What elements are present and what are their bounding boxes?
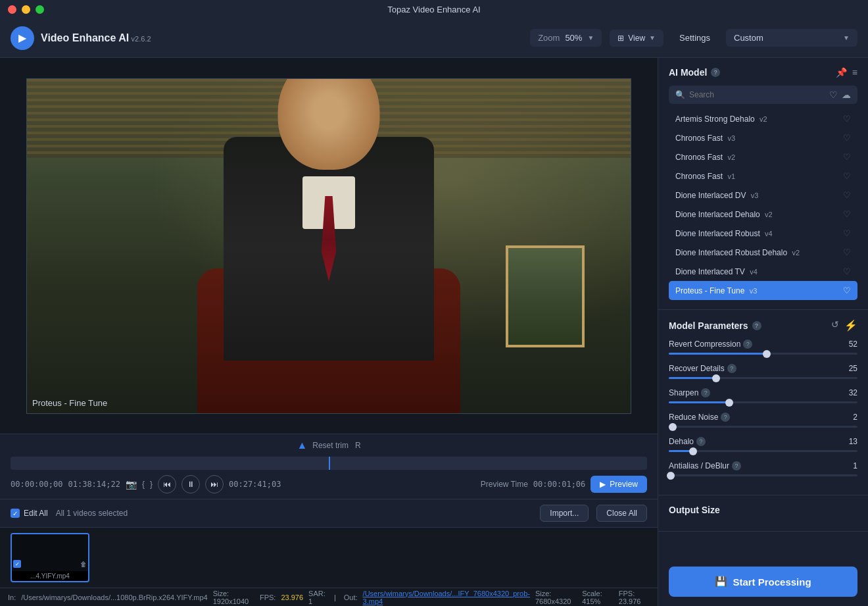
close-button[interactable] — [8, 5, 16, 14]
time-out: 00:27:41;03 — [229, 480, 281, 489]
model-item[interactable]: Chronos Fast v1 ♡ — [669, 166, 857, 186]
model-favorite-icon[interactable]: ♡ — [843, 266, 851, 276]
model-item[interactable]: Dione Interlaced Robust Dehalo v2 ♡ — [669, 243, 857, 262]
param-help-icon[interactable]: ? — [701, 388, 710, 397]
param-help-icon[interactable]: ? — [721, 413, 730, 422]
model-favorite-icon[interactable]: ♡ — [843, 190, 851, 200]
time-in: 01:38:14;22 — [68, 480, 120, 489]
param-help-icon[interactable]: ? — [732, 461, 741, 470]
param-value-antialias-deblur: 1 — [838, 461, 857, 470]
model-parameters-help-icon[interactable]: ? — [752, 321, 761, 330]
right-panel: AI Model ? 📌 ≡ 🔍 ♡ ☁ — [658, 58, 868, 606]
param-label-revert-compression: Revert Compression ? — [669, 340, 752, 349]
model-search-input[interactable] — [689, 90, 825, 99]
param-label-recover-details: Recover Details ? — [669, 364, 736, 373]
model-favorite-icon[interactable]: ♡ — [843, 228, 851, 238]
model-item-selected[interactable]: Proteus - Fine Tune v3 ♡ — [669, 281, 857, 300]
param-help-icon[interactable]: ? — [743, 340, 752, 349]
model-item[interactable]: Chronos Fast v2 ♡ — [669, 147, 857, 166]
reset-trim-button[interactable]: Reset trim R — [312, 441, 360, 450]
param-help-icon[interactable]: ? — [727, 364, 736, 373]
model-item[interactable]: Dione Interlaced Robust v4 ♡ — [669, 224, 857, 243]
start-processing-button[interactable]: 💾 Start Processing — [669, 567, 857, 597]
model-search-bar: 🔍 ♡ ☁ — [669, 86, 857, 104]
reset-parameters-icon[interactable]: ↺ — [831, 319, 839, 332]
zoom-value: 50% — [565, 33, 582, 43]
out-scale-label: Scale: 415% — [582, 590, 614, 605]
video-label: Proteus - Fine Tune — [32, 398, 107, 408]
model-favorite-icon[interactable]: ♡ — [843, 171, 851, 181]
param-sharpen: Sharpen ? 32 — [669, 388, 857, 403]
preview-time-value: 00:00:01;06 — [533, 480, 585, 489]
param-value-dehalo: 13 — [838, 437, 857, 446]
ai-model-help-icon[interactable]: ? — [711, 68, 720, 77]
model-item[interactable]: Dione Interlaced Dehalo v2 ♡ — [669, 205, 857, 224]
model-favorite-icon[interactable]: ♡ — [843, 209, 851, 219]
model-favorite-icon[interactable]: ♡ — [843, 133, 851, 143]
settings-preset-value: Custom — [734, 33, 839, 43]
thumbnail-delete-icon[interactable]: 🗑 — [80, 561, 87, 568]
add-parameter-icon[interactable]: ⚡ — [844, 319, 857, 332]
reset-trim-label: Reset trim — [312, 441, 349, 450]
step-forward-button[interactable]: ⏭ — [205, 475, 224, 493]
ai-model-title: AI Model ? — [669, 67, 720, 78]
pause-button[interactable]: ⏸ — [181, 475, 200, 493]
time-start: 00:00:00;00 — [11, 480, 62, 489]
edit-all-control[interactable]: ✓ Edit All — [11, 509, 48, 518]
edit-all-label: Edit All — [24, 509, 48, 518]
model-item[interactable]: Dione Interlaced TV v4 ♡ — [669, 262, 857, 281]
video-thumbnail[interactable]: ✓ 🗑 ...4.YIFY.mp4 — [11, 533, 89, 582]
app-logo-icon: ▶ — [11, 26, 34, 50]
model-favorite-icon[interactable]: ♡ — [843, 247, 851, 257]
model-parameters-header-icons: ↺ ⚡ — [831, 319, 857, 332]
model-item[interactable]: Chronos Fast v3 ♡ — [669, 128, 857, 147]
model-favorite-icon[interactable]: ♡ — [843, 152, 851, 162]
param-reduce-noise: Reduce Noise ? 2 — [669, 413, 857, 428]
param-label-antialias-deblur: Antialias / DeBlur ? — [669, 461, 741, 470]
search-favorites-icon[interactable]: ♡ — [829, 89, 838, 100]
model-parameters-header: Model Parameters ? ↺ ⚡ — [669, 319, 857, 332]
search-download-icon[interactable]: ☁ — [842, 89, 851, 100]
view-button[interactable]: ⊞ View ▼ — [610, 30, 663, 47]
out-path[interactable]: /Users/wimarys/Downloads/...IFY_7680x432… — [363, 590, 530, 605]
settings-preset-dropdown[interactable]: Custom ▼ — [726, 29, 857, 47]
start-processing-label: Start Processing — [733, 576, 811, 588]
output-size-section: Output Size — [658, 495, 868, 532]
window-controls — [8, 5, 44, 14]
model-parameters-title: Model Parameters ? — [669, 320, 761, 331]
zoom-chevron-icon: ▼ — [587, 34, 594, 41]
minimize-button[interactable] — [22, 5, 30, 14]
ai-model-header-icons: 📌 ≡ — [836, 67, 857, 78]
out-fps-label: FPS: 23.976 — [619, 590, 650, 605]
zoom-control[interactable]: Zoom 50% ▼ — [530, 29, 602, 47]
app-logo: ▶ Video Enhance AI v2.6.2 — [11, 26, 151, 50]
video-frame: Proteus - Fine Tune — [26, 78, 631, 414]
preview-label: Preview — [610, 480, 638, 489]
pin-icon[interactable]: 📌 — [836, 67, 847, 78]
camera-icon[interactable]: 📷 — [126, 479, 137, 490]
model-favorite-icon[interactable]: ♡ — [843, 114, 851, 124]
model-list: Artemis Strong Dehalo v2 ♡ Chronos Fast … — [669, 109, 857, 300]
timeline-track[interactable] — [11, 457, 647, 470]
maximize-button[interactable] — [36, 5, 44, 14]
model-favorite-icon-selected[interactable]: ♡ — [843, 286, 851, 295]
view-label: View — [628, 34, 645, 43]
thumbnail-filename: ...4.YIFY.mp4 — [12, 571, 88, 581]
thumbnail-strip: ✓ 🗑 ...4.YIFY.mp4 — [0, 527, 658, 588]
preview-button[interactable]: ▶ Preview — [591, 476, 647, 493]
sar-label: SAR: 1 — [308, 590, 326, 605]
mark-out-icon[interactable]: } — [150, 480, 153, 489]
mark-in-icon[interactable]: { — [142, 480, 145, 489]
edit-all-checkbox[interactable]: ✓ — [11, 509, 20, 518]
param-help-icon[interactable]: ? — [696, 437, 706, 446]
thumbnail-checkbox[interactable]: ✓ — [13, 560, 21, 568]
title-bar: Topaz Video Enhance AI — [0, 0, 868, 18]
step-back-button[interactable]: ⏮ — [158, 475, 176, 493]
import-button[interactable]: Import... — [540, 505, 589, 522]
model-item[interactable]: Dione Interlaced DV v3 ♡ — [669, 186, 857, 205]
param-label-dehalo: Dehalo ? — [669, 437, 706, 446]
preview-time-label: Preview Time — [481, 480, 528, 489]
close-all-button[interactable]: Close All — [596, 505, 647, 522]
list-icon[interactable]: ≡ — [852, 67, 857, 78]
model-item[interactable]: Artemis Strong Dehalo v2 ♡ — [669, 109, 857, 128]
